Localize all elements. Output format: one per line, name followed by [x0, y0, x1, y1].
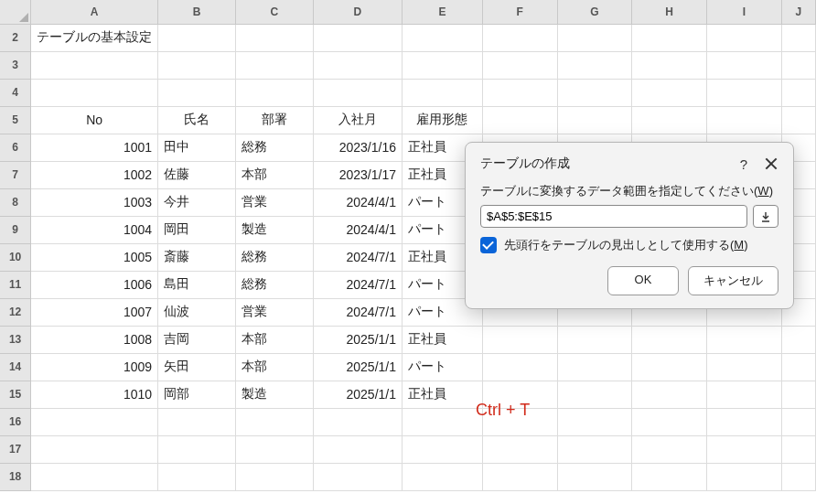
cell-B9[interactable]: 岡田 — [158, 216, 236, 243]
cell-I4[interactable] — [707, 79, 782, 106]
row-header-16[interactable]: 16 — [0, 408, 31, 435]
cell-B12[interactable]: 仙波 — [158, 298, 236, 326]
cell-I17[interactable] — [707, 435, 782, 463]
cell-E4[interactable] — [403, 79, 483, 106]
cell-B7[interactable]: 佐藤 — [158, 161, 236, 188]
cell-F17[interactable] — [482, 435, 557, 463]
cell-C10[interactable]: 総務 — [235, 243, 313, 271]
cell-E16[interactable] — [403, 408, 483, 435]
cell-E17[interactable] — [403, 435, 483, 463]
cell-H3[interactable] — [632, 51, 707, 79]
cell-H16[interactable] — [632, 408, 707, 435]
cell-J18[interactable] — [781, 463, 815, 490]
cell-I15[interactable] — [707, 381, 782, 408]
cell-E15[interactable]: 正社員 — [403, 381, 483, 408]
cell-H5[interactable] — [632, 106, 707, 134]
cell-J14[interactable] — [781, 353, 815, 381]
cell-C15[interactable]: 製造 — [235, 381, 313, 408]
cell-B17[interactable] — [158, 435, 236, 463]
cell-J2[interactable] — [781, 24, 815, 51]
cell-D15[interactable]: 2025/1/1 — [313, 381, 402, 408]
column-header-A[interactable]: A — [31, 0, 158, 24]
table-range-input[interactable] — [480, 205, 747, 228]
cell-C2[interactable] — [235, 24, 313, 51]
column-header-E[interactable]: E — [403, 0, 483, 24]
row-header-11[interactable]: 11 — [0, 271, 31, 298]
cell-J4[interactable] — [781, 79, 815, 106]
cell-D5[interactable]: 入社月 — [313, 106, 402, 134]
cell-H14[interactable] — [632, 353, 707, 381]
cell-E3[interactable] — [403, 51, 483, 79]
row-header-17[interactable]: 17 — [0, 435, 31, 463]
cell-F4[interactable] — [482, 79, 557, 106]
column-header-D[interactable]: D — [313, 0, 402, 24]
cell-G2[interactable] — [557, 24, 632, 51]
cell-D17[interactable] — [313, 435, 402, 463]
cell-G15[interactable] — [557, 381, 632, 408]
cell-B13[interactable]: 吉岡 — [158, 326, 236, 353]
cell-D18[interactable] — [313, 463, 402, 490]
cell-D13[interactable]: 2025/1/1 — [313, 326, 402, 353]
cell-C3[interactable] — [235, 51, 313, 79]
column-header-J[interactable]: J — [781, 0, 815, 24]
cell-B15[interactable]: 岡部 — [158, 381, 236, 408]
cell-D10[interactable]: 2024/7/1 — [313, 243, 402, 271]
cell-D12[interactable]: 2024/7/1 — [313, 298, 402, 326]
cell-F5[interactable] — [482, 106, 557, 134]
column-header-F[interactable]: F — [482, 0, 557, 24]
row-header-9[interactable]: 9 — [0, 216, 31, 243]
cell-A5[interactable]: No — [31, 106, 158, 134]
cell-A10[interactable]: 1005 — [31, 243, 158, 271]
cell-A13[interactable]: 1008 — [31, 326, 158, 353]
cell-A3[interactable] — [31, 51, 158, 79]
row-header-8[interactable]: 8 — [0, 188, 31, 216]
cell-B2[interactable] — [158, 24, 236, 51]
cell-C18[interactable] — [235, 463, 313, 490]
cell-C6[interactable]: 総務 — [235, 134, 313, 161]
cell-B14[interactable]: 矢田 — [158, 353, 236, 381]
cell-F2[interactable] — [482, 24, 557, 51]
cell-B6[interactable]: 田中 — [158, 134, 236, 161]
cell-J5[interactable] — [781, 106, 815, 134]
cell-C7[interactable]: 本部 — [235, 161, 313, 188]
cell-E2[interactable] — [403, 24, 483, 51]
cell-I14[interactable] — [707, 353, 782, 381]
cell-C4[interactable] — [235, 79, 313, 106]
cell-H2[interactable] — [632, 24, 707, 51]
cell-G17[interactable] — [557, 435, 632, 463]
cell-A9[interactable]: 1004 — [31, 216, 158, 243]
cell-E13[interactable]: 正社員 — [403, 326, 483, 353]
ok-button[interactable]: OK — [607, 266, 679, 295]
help-icon[interactable]: ? — [740, 156, 747, 172]
cell-A12[interactable]: 1007 — [31, 298, 158, 326]
cell-A16[interactable] — [31, 408, 158, 435]
cell-C17[interactable] — [235, 435, 313, 463]
cell-B18[interactable] — [158, 463, 236, 490]
cell-G4[interactable] — [557, 79, 632, 106]
cell-A6[interactable]: 1001 — [31, 134, 158, 161]
row-header-18[interactable]: 18 — [0, 463, 31, 490]
cell-D9[interactable]: 2024/4/1 — [313, 216, 402, 243]
row-header-3[interactable]: 3 — [0, 51, 31, 79]
row-header-2[interactable]: 2 — [0, 24, 31, 51]
column-header-G[interactable]: G — [557, 0, 632, 24]
cell-C13[interactable]: 本部 — [235, 326, 313, 353]
cell-D16[interactable] — [313, 408, 402, 435]
row-header-14[interactable]: 14 — [0, 353, 31, 381]
cell-C5[interactable]: 部署 — [235, 106, 313, 134]
cell-B5[interactable]: 氏名 — [158, 106, 236, 134]
column-header-C[interactable]: C — [235, 0, 313, 24]
cell-G18[interactable] — [557, 463, 632, 490]
cell-G13[interactable] — [557, 326, 632, 353]
cell-E5[interactable]: 雇用形態 — [403, 106, 483, 134]
header-row-checkbox[interactable] — [480, 237, 497, 253]
cell-F13[interactable] — [482, 326, 557, 353]
cell-I5[interactable] — [707, 106, 782, 134]
row-header-7[interactable]: 7 — [0, 161, 31, 188]
cell-E14[interactable]: パート — [403, 353, 483, 381]
cell-I18[interactable] — [707, 463, 782, 490]
cell-G3[interactable] — [557, 51, 632, 79]
cell-D2[interactable] — [313, 24, 402, 51]
cell-J13[interactable] — [781, 326, 815, 353]
row-header-12[interactable]: 12 — [0, 298, 31, 326]
